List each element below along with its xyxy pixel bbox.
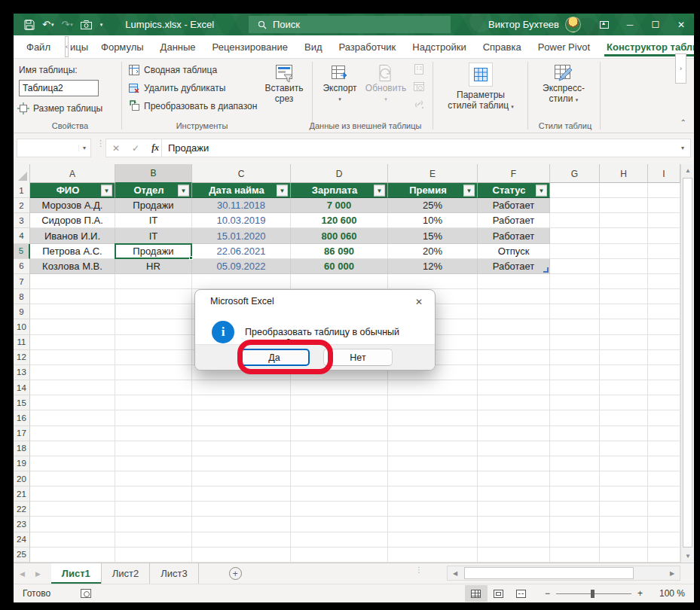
row-header-21[interactable]: 21 [14, 486, 30, 502]
cell-C4[interactable]: 15.01.2020 [192, 228, 291, 243]
cell-B13[interactable] [115, 365, 192, 380]
sheet-tab-list1[interactable]: Лист1 [51, 563, 102, 584]
cell-F4[interactable]: Работает [478, 228, 550, 243]
cell-A18[interactable] [30, 441, 115, 456]
cell-D25[interactable] [291, 547, 388, 563]
row-header-9[interactable]: 9 [14, 304, 30, 319]
cell-B20[interactable] [115, 471, 192, 486]
cell-H11[interactable] [600, 335, 648, 350]
cell-D7[interactable] [291, 274, 388, 289]
cell-A10[interactable] [30, 319, 115, 334]
cell-A4[interactable]: Иванов И.И. [30, 228, 115, 243]
cell-A15[interactable] [30, 395, 115, 410]
cell-G7[interactable] [550, 274, 600, 289]
cell-G24[interactable] [550, 532, 600, 547]
tab-data[interactable]: Данные [152, 35, 204, 58]
cell-B4[interactable]: IT [115, 228, 192, 243]
cell-B17[interactable] [115, 426, 192, 441]
cell-G6[interactable] [550, 259, 600, 274]
cell-B7[interactable] [115, 274, 192, 289]
sheet-tab-list3[interactable]: Лист3 [150, 563, 198, 584]
cell-C19[interactable] [192, 456, 291, 471]
cell-G2[interactable] [550, 198, 600, 213]
tab-developer[interactable]: Разработчик [331, 35, 405, 58]
cell-E21[interactable] [388, 486, 478, 502]
remove-duplicates-button[interactable]: Удалить дубликаты [128, 82, 225, 94]
properties-icon[interactable] [413, 63, 425, 75]
refresh-button[interactable]: Обновить ▾ [363, 63, 408, 105]
tab-truncated[interactable]: ицы [70, 35, 93, 58]
cell-C15[interactable] [192, 395, 291, 410]
cell-H14[interactable] [600, 380, 648, 395]
cell-G10[interactable] [550, 319, 600, 334]
row-header-12[interactable]: 12 [14, 350, 30, 365]
zoom-level[interactable]: 100 % [650, 588, 685, 599]
cell-I15[interactable] [648, 395, 680, 410]
ribbon-display-options-button[interactable] [591, 14, 617, 35]
cell-G21[interactable] [550, 486, 600, 502]
confirm-entry-button[interactable]: ✓ [126, 143, 145, 154]
cell-A21[interactable] [30, 486, 115, 502]
cell-F3[interactable]: Работает [478, 213, 550, 228]
camera-button[interactable] [78, 15, 95, 35]
cell-H9[interactable] [600, 304, 648, 319]
tab-addins[interactable]: Надстройки [404, 35, 474, 58]
cell-E24[interactable] [388, 532, 478, 547]
cell-H18[interactable] [600, 441, 648, 456]
cell-A7[interactable] [30, 274, 115, 289]
row-header-13[interactable]: 13 [14, 365, 30, 380]
row-header-6[interactable]: 6 [14, 259, 30, 274]
cell-B10[interactable] [115, 319, 192, 334]
expand-formula-bar-button[interactable]: ▾ [681, 145, 690, 151]
cell-F17[interactable] [478, 426, 550, 441]
cell-H19[interactable] [600, 456, 648, 471]
cell-G12[interactable] [550, 350, 600, 365]
cell-B6[interactable]: HR [115, 259, 192, 274]
cell-B3[interactable]: IT [115, 213, 192, 228]
table-style-options-button[interactable]: Параметры стилей таблиц ▾ [439, 63, 522, 112]
cell-F14[interactable] [478, 380, 550, 395]
user-avatar[interactable] [565, 17, 581, 32]
cell-G18[interactable] [550, 441, 600, 456]
cell-H12[interactable] [600, 350, 648, 365]
unlink-icon[interactable] [413, 98, 425, 110]
row-header-20[interactable]: 20 [14, 471, 30, 486]
cell-B23[interactable] [115, 517, 192, 532]
cell-B1[interactable]: Отдел▼ [115, 183, 192, 198]
cell-I13[interactable] [648, 365, 680, 380]
cell-B16[interactable] [115, 410, 192, 425]
collapse-ribbon-button[interactable]: ⌃ [680, 118, 686, 127]
cell-A19[interactable] [30, 456, 115, 471]
cell-I19[interactable] [648, 456, 680, 471]
cell-F12[interactable] [478, 350, 550, 365]
tab-help[interactable]: Справка [475, 35, 530, 58]
tab-review[interactable]: Рецензирование [204, 35, 296, 58]
cell-H22[interactable] [600, 502, 648, 517]
cell-I24[interactable] [648, 532, 680, 547]
cell-D3[interactable]: 120 600 [291, 213, 388, 228]
cell-A5[interactable]: Петрова А.С. [30, 244, 115, 259]
fill-handle[interactable] [189, 256, 193, 260]
cell-B24[interactable] [115, 532, 192, 547]
cell-G13[interactable] [550, 365, 600, 380]
cell-I23[interactable] [648, 517, 680, 532]
tab-file[interactable]: Файл [14, 35, 63, 58]
cell-H4[interactable] [600, 228, 648, 243]
page-layout-view-button[interactable] [488, 585, 510, 602]
zoom-slider-thumb[interactable] [591, 590, 595, 598]
cell-E6[interactable]: 12% [388, 259, 478, 274]
cell-E16[interactable] [388, 410, 478, 425]
cell-A2[interactable]: Морозов А.Д. [30, 198, 115, 213]
cell-F7[interactable] [478, 274, 550, 289]
cell-B15[interactable] [115, 395, 192, 410]
cell-I1[interactable] [648, 183, 680, 198]
filter-button-E[interactable]: ▼ [463, 185, 475, 196]
cell-H15[interactable] [600, 395, 648, 410]
name-box[interactable]: ▾ [17, 139, 91, 157]
column-header-E[interactable]: E [388, 164, 478, 183]
cell-I12[interactable] [648, 350, 680, 365]
column-header-H[interactable]: H [600, 164, 648, 183]
cell-F1[interactable]: Статус▼ [478, 183, 550, 198]
filter-button-A[interactable]: ▼ [101, 185, 112, 196]
cell-H16[interactable] [600, 410, 648, 425]
